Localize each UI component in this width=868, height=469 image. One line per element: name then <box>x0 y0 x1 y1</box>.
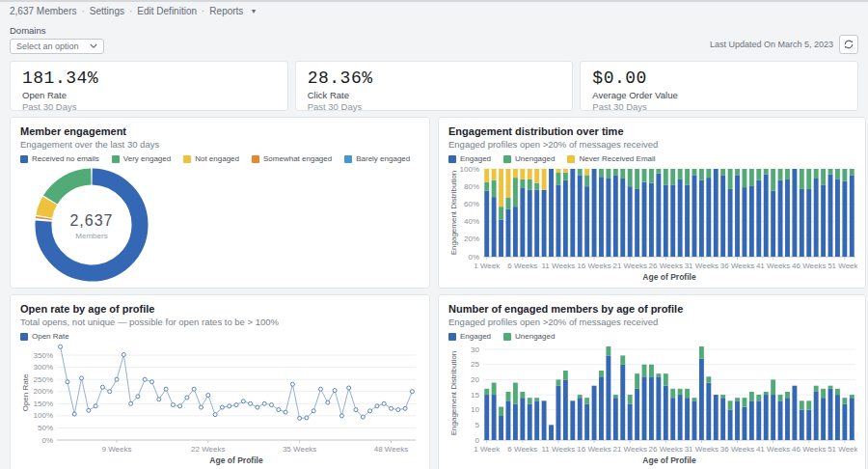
svg-text:100%: 100% <box>34 411 53 420</box>
svg-text:0%: 0% <box>468 253 479 262</box>
svg-text:41 Weeks: 41 Weeks <box>756 262 790 270</box>
legend-swatch <box>567 155 575 163</box>
svg-text:Engagement Distribution: Engagement Distribution <box>449 171 458 256</box>
kpi-open-rate-label: Open Rate <box>22 90 276 100</box>
legend-swatch <box>252 155 259 163</box>
breadcrumb-members[interactable]: 2,637 Members <box>10 6 76 16</box>
svg-text:36 Weeks: 36 Weeks <box>720 262 754 270</box>
svg-text:1 Week: 1 Week <box>474 445 501 454</box>
svg-text:22 Weeks: 22 Weeks <box>191 445 225 454</box>
legend-swatch <box>448 155 456 163</box>
breadcrumb-edit-definition[interactable]: Edit Definition <box>137 6 197 16</box>
svg-text:21 Weeks: 21 Weeks <box>612 445 646 454</box>
svg-text:51 Weeks: 51 Weeks <box>827 445 857 454</box>
kpi-open-rate-period: Past 30 Days <box>22 101 276 112</box>
svg-text:Age of Profile: Age of Profile <box>642 272 696 282</box>
legend-item: Unengaged <box>503 332 555 341</box>
kpi-row: 181.34% Open Rate Past 30 Days 28.36% Cl… <box>10 61 858 111</box>
chart-subtitle: Engagement over the last 30 days <box>20 139 420 150</box>
svg-text:11 Weeks: 11 Weeks <box>542 445 576 454</box>
refresh-button[interactable] <box>839 35 858 54</box>
svg-text:41 Weeks: 41 Weeks <box>756 445 790 454</box>
engaged-members-bar-chart: 051015202530Age of ProfileEngagement Dis… <box>448 342 857 465</box>
svg-text:26 Weeks: 26 Weeks <box>649 445 683 454</box>
svg-text:9 Weeks: 9 Weeks <box>102 445 132 454</box>
svg-text:26 Weeks: 26 Weeks <box>649 262 683 270</box>
svg-text:350%: 350% <box>34 351 53 360</box>
chart-title: Engagement distribution over time <box>448 125 855 137</box>
svg-text:16 Weeks: 16 Weeks <box>577 445 610 454</box>
legend-item: Engaged <box>448 332 491 341</box>
engagement-distribution-bar-chart: 0%20%40%60%80%100%Age of ProfileEngageme… <box>448 164 857 282</box>
charts-row-2: Open rate by age of profile Total opens,… <box>10 294 858 469</box>
svg-text:150%: 150% <box>34 400 53 408</box>
svg-text:46 Weeks: 46 Weeks <box>792 445 826 454</box>
svg-text:46 Weeks: 46 Weeks <box>792 262 826 270</box>
svg-text:Open Rate: Open Rate <box>21 373 30 411</box>
svg-text:5: 5 <box>475 421 480 429</box>
svg-text:10: 10 <box>471 405 479 414</box>
chart-legend: Open Rate <box>20 332 420 341</box>
legend-swatch <box>503 333 511 341</box>
breadcrumb-separator: · <box>202 6 204 16</box>
kpi-aov-label: Average Order Value <box>592 90 846 100</box>
svg-text:51 Weeks: 51 Weeks <box>827 262 857 270</box>
domains-filter: Domains Select an option <box>10 25 104 54</box>
domains-select[interactable]: Select an option <box>10 39 104 54</box>
breadcrumb-reports[interactable]: Reports <box>209 6 243 16</box>
svg-text:30: 30 <box>471 345 479 354</box>
chart-title: Number of engaged members by age of prof… <box>448 303 855 315</box>
chart-subtitle: Engaged profiles open >20% of messages r… <box>448 139 855 150</box>
svg-text:100%: 100% <box>460 165 479 174</box>
svg-text:80%: 80% <box>464 182 479 191</box>
legend-item: Somewhat engaged <box>252 154 332 163</box>
member-engagement-donut-chart: 2,637Members <box>20 164 421 282</box>
chart-title: Open rate by age of profile <box>20 303 420 315</box>
kpi-open-rate-value: 181.34% <box>22 69 276 88</box>
chart-legend: EngagedUnengagedNever Received Email <box>448 154 855 163</box>
breadcrumb-settings[interactable]: Settings <box>90 6 124 16</box>
svg-text:15: 15 <box>471 391 479 400</box>
svg-text:Age of Profile: Age of Profile <box>642 455 696 465</box>
legend-swatch <box>20 333 28 341</box>
domains-select-value: Select an option <box>16 41 79 51</box>
member-engagement-card: Member engagement Engagement over the la… <box>10 117 430 289</box>
kpi-click-rate-period: Past 30 Days <box>308 101 561 112</box>
chart-subtitle: Total opens, not unique — possible for o… <box>20 317 420 327</box>
svg-text:1 Week: 1 Week <box>474 262 501 270</box>
chart-subtitle: Engaged profiles open >20% of messages r… <box>448 317 855 327</box>
legend-swatch <box>183 155 191 163</box>
svg-text:25: 25 <box>471 360 479 369</box>
legend-swatch <box>448 333 456 341</box>
legend-swatch <box>344 155 352 163</box>
svg-text:21 Weeks: 21 Weeks <box>612 262 646 270</box>
refresh-icon <box>843 39 854 50</box>
engaged-members-by-age-card: Number of engaged members by age of prof… <box>438 294 866 469</box>
last-updated-text: Last Updated On March 5, 2023 <box>710 40 833 49</box>
legend-item: Open Rate <box>20 332 69 341</box>
legend-item: Not engaged <box>183 154 239 163</box>
svg-text:6 Weeks: 6 Weeks <box>507 262 537 270</box>
chart-title: Member engagement <box>20 125 420 137</box>
legend-item: Unengaged <box>503 154 555 163</box>
legend-item: Very engaged <box>112 154 171 163</box>
svg-text:60%: 60% <box>464 200 479 208</box>
svg-text:Age of Profile: Age of Profile <box>209 455 263 465</box>
kpi-click-rate: 28.36% Click Rate Past 30 Days <box>295 61 574 111</box>
domains-label: Domains <box>10 25 104 36</box>
kpi-click-rate-label: Click Rate <box>308 90 561 100</box>
svg-text:35 Weeks: 35 Weeks <box>283 445 316 454</box>
chevron-down-icon: ▼ <box>250 8 257 14</box>
svg-text:0: 0 <box>475 436 480 445</box>
kpi-click-rate-value: 28.36% <box>308 69 561 88</box>
legend-swatch <box>112 155 120 163</box>
dashboard-page: 2,637 Members · Settings · Edit Definiti… <box>0 2 868 469</box>
kpi-open-rate: 181.34% Open Rate Past 30 Days <box>10 61 288 111</box>
svg-text:50%: 50% <box>38 424 53 432</box>
kpi-aov-value: $0.00 <box>592 69 846 88</box>
svg-text:Members: Members <box>75 232 107 240</box>
chart-legend: Received no emailsVery engagedNot engage… <box>20 154 420 163</box>
legend-item: Barely engaged <box>344 154 410 163</box>
legend-swatch <box>20 155 28 163</box>
svg-text:300%: 300% <box>34 363 53 372</box>
